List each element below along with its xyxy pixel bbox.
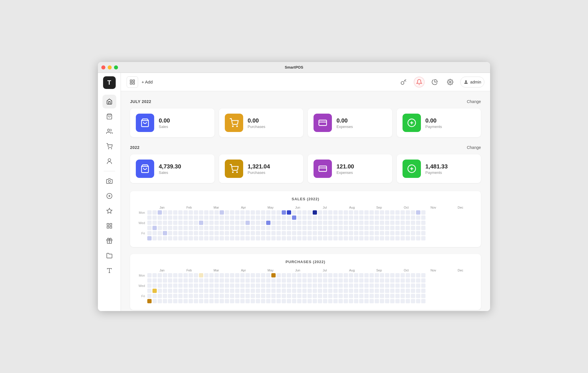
- july-payments-label: Payments: [425, 125, 442, 129]
- annual-sales-value: 4,739.30: [159, 163, 181, 170]
- svg-point-22: [449, 81, 451, 83]
- svg-point-34: [237, 172, 237, 173]
- july-payments-icon: [403, 114, 421, 132]
- user-label: admin: [470, 80, 481, 84]
- july-cards-row: 0.00 Sales: [130, 108, 481, 137]
- svg-rect-35: [319, 166, 327, 172]
- app-body: T: [98, 73, 490, 311]
- purchases-heatmap: JanFebMarAprMayJunJulAugSepOctNovDecMonW…: [137, 269, 474, 304]
- svg-point-23: [465, 80, 467, 82]
- july-payments-value: 0.00: [425, 117, 442, 124]
- svg-rect-18: [133, 80, 135, 81]
- annual-expenses-text: 121.00 Expenses: [336, 163, 354, 175]
- svg-point-33: [232, 172, 233, 173]
- july-purchases-icon: [225, 114, 243, 132]
- annual-sales-card: 4,739.30 Sales: [130, 154, 214, 183]
- annual-payments-text: 1,481.33 Payments: [425, 163, 448, 175]
- svg-rect-20: [130, 82, 132, 84]
- svg-point-25: [232, 126, 233, 127]
- annual-cards-row: 4,739.30 Sales 1,321.04: [130, 154, 481, 183]
- svg-point-4: [108, 180, 110, 182]
- svg-rect-9: [107, 224, 109, 225]
- titlebar: SmartPOS: [98, 62, 490, 73]
- july-change-button[interactable]: Change: [467, 99, 481, 104]
- topbar-icons: admin: [398, 77, 484, 88]
- key-icon-button[interactable]: [398, 77, 409, 88]
- july-sales-card: 0.00 Sales: [130, 108, 214, 137]
- july-sales-value: 0.00: [159, 117, 170, 124]
- annual-purchases-text: 1,321.04 Purchases: [248, 163, 270, 175]
- purchases-chart-section: PURCHASES (2022) JanFebMarAprMayJunJulAu…: [130, 254, 481, 310]
- svg-point-2: [108, 148, 109, 149]
- add-button[interactable]: + Add: [142, 79, 153, 84]
- svg-rect-17: [130, 80, 132, 81]
- close-button[interactable]: [101, 65, 105, 69]
- svg-rect-10: [110, 224, 111, 225]
- sidebar-item-money[interactable]: [102, 189, 116, 203]
- july-section-header: JULY 2022 Change: [130, 99, 481, 104]
- annual-sales-label: Sales: [159, 170, 181, 175]
- svg-point-1: [107, 129, 109, 131]
- chart-icon-button[interactable]: [429, 77, 440, 88]
- july-sales-icon: [136, 114, 154, 132]
- annual-expenses-card: 121.00 Expenses: [308, 154, 392, 183]
- sidebar-item-home[interactable]: [102, 95, 116, 108]
- annual-payments-value: 1,481.33: [425, 163, 448, 170]
- svg-point-26: [237, 126, 237, 127]
- july-sales-text: 0.00 Sales: [159, 117, 170, 129]
- window-controls: [101, 65, 118, 69]
- maximize-button[interactable]: [114, 65, 118, 69]
- annual-expenses-label: Expenses: [336, 170, 354, 175]
- annual-payments-label: Payments: [425, 170, 448, 175]
- july-purchases-value: 0.00: [248, 117, 265, 124]
- sidebar-item-variable[interactable]: [102, 264, 116, 277]
- july-expenses-card: 0.00 Expenses: [308, 108, 392, 137]
- sidebar: T: [98, 73, 121, 311]
- july-expenses-label: Expenses: [336, 125, 353, 129]
- annual-expenses-value: 121.00: [336, 163, 354, 170]
- annual-purchases-icon: [225, 160, 243, 178]
- minimize-button[interactable]: [108, 65, 112, 69]
- user-menu-button[interactable]: admin: [460, 77, 484, 88]
- bell-icon-button[interactable]: [414, 77, 425, 88]
- july-purchases-label: Purchases: [248, 125, 265, 129]
- sales-chart-section: SALES (2022) JanFebMarAprMayJunJulAugSep…: [130, 191, 481, 247]
- sidebar-item-contacts[interactable]: [102, 125, 116, 138]
- sidebar-item-folder[interactable]: [102, 249, 116, 263]
- main-area: + Add: [121, 73, 490, 311]
- sidebar-item-cart[interactable]: [102, 139, 116, 153]
- sales-chart-title: SALES (2022): [137, 197, 474, 201]
- annual-section-title: 2022: [130, 145, 140, 150]
- july-purchases-text: 0.00 Purchases: [248, 117, 265, 129]
- annual-payments-icon: [403, 160, 421, 178]
- sidebar-item-camera[interactable]: [102, 174, 116, 188]
- july-expenses-text: 0.00 Expenses: [336, 117, 353, 129]
- sidebar-divider-1: [104, 171, 115, 171]
- dashboard-icon-button[interactable]: [127, 76, 138, 88]
- main-content: JULY 2022 Change: [121, 91, 490, 311]
- svg-marker-8: [107, 208, 112, 213]
- july-expenses-icon: [314, 114, 332, 132]
- topbar: + Add: [121, 73, 490, 91]
- settings-icon-button[interactable]: [445, 77, 456, 88]
- window-title: SmartPOS: [285, 65, 303, 69]
- svg-rect-11: [110, 226, 111, 228]
- annual-payments-card: 1,481.33 Payments: [397, 154, 481, 183]
- annual-sales-text: 4,739.30 Sales: [159, 163, 181, 175]
- sidebar-item-gift[interactable]: [102, 234, 116, 248]
- annual-section-header: 2022 Change: [130, 145, 481, 150]
- purchases-chart-title: PURCHASES (2022): [137, 260, 474, 264]
- svg-rect-27: [319, 120, 327, 126]
- annual-change-button[interactable]: Change: [467, 145, 481, 150]
- july-sales-label: Sales: [159, 125, 170, 129]
- sidebar-item-shop[interactable]: [102, 110, 116, 123]
- annual-purchases-card: 1,321.04 Purchases: [219, 154, 303, 183]
- annual-sales-icon: [136, 160, 154, 178]
- sidebar-item-team[interactable]: [102, 154, 116, 168]
- svg-rect-12: [107, 226, 109, 228]
- svg-point-3: [111, 148, 112, 149]
- app-window: SmartPOS T: [98, 62, 490, 311]
- sidebar-item-sparkle[interactable]: [102, 204, 116, 218]
- sidebar-item-grid[interactable]: [102, 219, 116, 233]
- july-payments-text: 0.00 Payments: [425, 117, 442, 129]
